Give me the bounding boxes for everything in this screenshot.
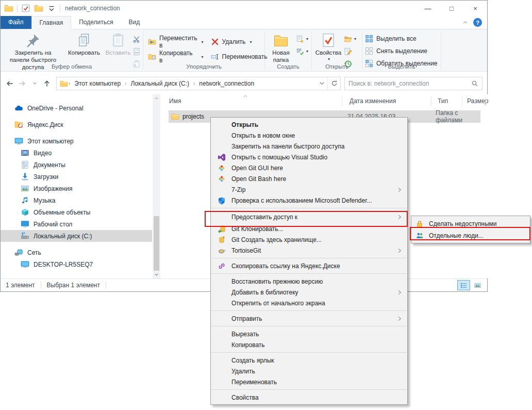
search-input[interactable] <box>348 80 471 87</box>
menu-item-open-git-gui-here[interactable]: Open Git GUI here <box>211 162 407 173</box>
help-button[interactable]: ? <box>473 18 482 27</box>
scroll-down-icon[interactable] <box>153 271 160 278</box>
column-header-type[interactable]: Тип <box>438 94 448 108</box>
menu-item-добавить-в-библиотеку[interactable]: Добавить в библиотеку <box>211 287 407 298</box>
delete-icon <box>211 38 219 46</box>
column-header-date[interactable]: Дата изменения <box>350 94 396 108</box>
move-to-button[interactable]: Переместить в▾ <box>145 36 206 47</box>
refresh-icon <box>331 80 338 87</box>
yandex-link-icon <box>218 262 226 270</box>
customize-qat-icon[interactable] <box>47 4 56 13</box>
chevron-down-icon <box>319 80 325 87</box>
up-button[interactable] <box>41 77 53 90</box>
menu-item-отдельные-люди[interactable]: Отдельные люди... <box>411 229 530 241</box>
group-label-create: Создать <box>265 63 311 70</box>
menu-item-закрепить-на-панели-быстрого-доступа[interactable]: Закрепить на панели быстрого доступа <box>211 141 407 152</box>
sidebar-item-onedrive-personal[interactable]: OneDrive - Personal <box>1 102 152 114</box>
cut-button[interactable] <box>131 34 142 44</box>
tab-share[interactable]: Поделиться <box>71 16 121 29</box>
menu-item-переименовать[interactable]: Переименовать <box>211 376 407 387</box>
menu-item-копировать[interactable]: Копировать <box>211 339 407 350</box>
menu-item-свойства[interactable]: Свойства <box>211 392 407 403</box>
menu-item-git-клонировать[interactable]: Git Клонировать... <box>211 223 407 234</box>
delete-button[interactable]: Удалить▾ <box>208 36 270 47</box>
chevron-down-icon <box>32 80 38 86</box>
address-dropdown-button[interactable] <box>316 77 327 90</box>
menu-item-открыть-в-новом-окне[interactable]: Открыть в новом окне <box>211 130 407 141</box>
menu-item-сделать-недоступными[interactable]: Сделать недоступными <box>411 218 530 229</box>
sidebar-item-видео[interactable]: Видео <box>1 147 152 159</box>
minimize-button[interactable]: — <box>416 1 440 16</box>
details-view-button[interactable] <box>457 280 470 290</box>
menu-item-tortoisegit[interactable]: TortoiseGit <box>211 245 407 256</box>
rename-button[interactable]: Переименовать <box>208 51 270 62</box>
copy-to-button[interactable]: Копировать в▾ <box>145 51 206 62</box>
window-controls: — □ × <box>416 1 487 16</box>
menu-item-отправить[interactable]: Отправить <box>211 313 407 324</box>
menu-item-git-создать-здесь-хранилище[interactable]: Git Создать здесь хранилище... <box>211 234 407 245</box>
new-item-button[interactable]: ▾ <box>295 34 309 44</box>
new-folder-quick-icon[interactable] <box>34 4 43 13</box>
menu-item-label: Открепить от начального экрана <box>231 300 325 307</box>
tab-view[interactable]: Вид <box>121 16 147 29</box>
copy-path-button[interactable] <box>131 46 142 57</box>
chevron-up-icon <box>154 96 159 101</box>
menu-item-открепить-от-начального-экрана[interactable]: Открепить от начального экрана <box>211 298 407 308</box>
menu-item-предоставить-доступ-к[interactable]: Предоставить доступ к <box>211 210 407 223</box>
collapse-ribbon-icon[interactable] <box>462 20 468 25</box>
breadcrumb-segment[interactable]: Локальный диск (C:) <box>127 80 193 87</box>
group-label-select: Выделить <box>362 63 441 70</box>
maximize-button[interactable]: □ <box>440 1 463 16</box>
menu-item-скопировать-ссылку-на-яндекс-диске[interactable]: Скопировать ссылку на Яндекс.Диске <box>211 260 407 271</box>
open-button[interactable]: ▾ <box>343 34 357 44</box>
sidebar-scrollbar[interactable] <box>153 94 160 278</box>
properties-quick-icon[interactable] <box>21 4 30 13</box>
menu-item-создать-ярлык[interactable]: Создать ярлык <box>211 355 407 366</box>
refresh-button[interactable] <box>327 77 340 90</box>
objects-3d-icon <box>21 208 29 217</box>
select-all-icon <box>365 35 373 43</box>
select-none-button[interactable]: Снять выделение <box>362 45 441 57</box>
pictures-icon <box>21 184 29 193</box>
menu-item-вырезать[interactable]: Вырезать <box>211 329 407 339</box>
menu-item-восстановить-прежнюю-версию[interactable]: Восстановить прежнюю версию <box>211 276 407 287</box>
menu-item-удалить[interactable]: Удалить <box>211 366 407 376</box>
submenu-arrow-icon <box>396 214 403 220</box>
column-header-name[interactable]: Имя <box>169 94 342 108</box>
tab-home[interactable]: Главная <box>31 16 72 29</box>
select-all-button[interactable]: Выделить все <box>362 33 441 44</box>
menu-item-7-zip[interactable]: 7-Zip <box>211 184 407 195</box>
sidebar-item-изображения[interactable]: Изображения <box>1 183 152 194</box>
back-button[interactable] <box>4 77 16 90</box>
breadcrumb[interactable]: › Этот компьютер›Локальный диск (C:)›net… <box>56 77 341 90</box>
sidebar-item-этот-компьютер[interactable]: Этот компьютер <box>1 135 152 147</box>
menu-item-проверка-с-использованием-microsoft-defender[interactable]: Проверка с использованием Microsoft Defe… <box>211 195 407 206</box>
breadcrumb-segment[interactable]: Этот компьютер <box>71 80 124 87</box>
scrollbar-thumb[interactable] <box>154 216 159 271</box>
menu-item-label: Открыть <box>231 121 258 128</box>
sidebar-item-рабочий-стол[interactable]: Рабочий стол <box>1 218 152 230</box>
sidebar-item-загрузки[interactable]: Загрузки <box>1 171 152 183</box>
scroll-up-icon[interactable] <box>153 94 160 102</box>
forward-button[interactable] <box>16 77 28 90</box>
edit-button[interactable] <box>343 46 357 57</box>
sidebar-item-desktop-lr5seq7[interactable]: DESKTOP-LR5SEQ7 <box>1 258 152 270</box>
new-folder-button[interactable]: Новая папка <box>267 30 295 64</box>
thumbnails-view-icon <box>474 282 481 289</box>
sidebar-item-сеть[interactable]: Сеть <box>1 247 152 258</box>
menu-item-открыть[interactable]: Открыть <box>211 119 407 130</box>
recent-locations-button[interactable] <box>28 77 41 90</box>
sidebar-item-музыка[interactable]: Музыка <box>1 194 152 206</box>
tab-file[interactable]: Файл <box>1 16 31 29</box>
sidebar-item-объемные-объекты[interactable]: Объемные объекты <box>1 206 152 218</box>
easy-access-button[interactable]: ▾ <box>295 46 309 57</box>
menu-item-open-git-bash-here[interactable]: Open Git Bash here <box>211 173 407 184</box>
sidebar-item-локальный-диск-c-[interactable]: Локальный диск (C:) <box>1 230 152 242</box>
menu-item-открыть-с-помощью-visual-studio[interactable]: Открыть с помощью Visual Studio <box>211 152 407 162</box>
close-button[interactable]: × <box>463 1 487 16</box>
sidebar-item-документы[interactable]: Документы <box>1 159 152 171</box>
sidebar-item-яндекс-диск[interactable]: Яндекс.Диск <box>1 119 152 130</box>
thumbnails-view-button[interactable] <box>471 280 484 290</box>
breadcrumb-segment[interactable]: network_connection <box>195 80 258 87</box>
dropdown-caret-icon: ▾ <box>306 49 308 54</box>
